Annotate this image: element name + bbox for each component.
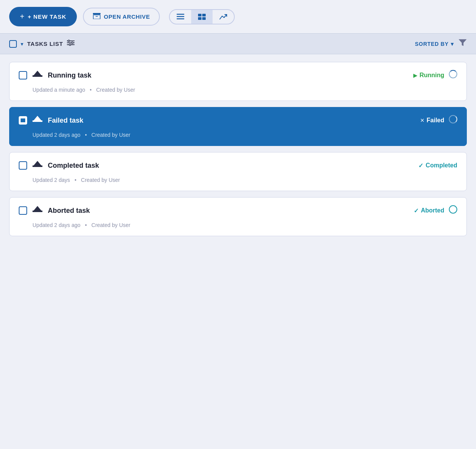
completed-status-label: Completed (426, 162, 457, 169)
created-running: Created by User (96, 87, 135, 93)
svg-point-14 (71, 42, 73, 44)
funnel-icon[interactable] (458, 39, 467, 49)
svg-rect-5 (177, 18, 184, 19)
archive-icon (93, 13, 101, 20)
task-card-top: Running task ▶ Running (19, 70, 457, 81)
svg-rect-0 (93, 13, 101, 15)
new-task-button[interactable]: + + NEW TASK (9, 7, 77, 26)
task-checkbox-completed[interactable] (19, 161, 27, 170)
chart-view-button[interactable] (213, 10, 234, 24)
open-archive-button[interactable]: OPEN ARCHIVE (83, 8, 160, 26)
svg-rect-4 (177, 16, 184, 17)
svg-rect-20 (36, 120, 39, 122)
dot-completed: • (75, 177, 76, 183)
task-list-header: ▾ TASKS LIST SORTED BY ▾ (0, 33, 476, 54)
task-action-aborted[interactable] (449, 205, 457, 216)
plus-icon: + (20, 12, 25, 21)
updated-failed: Updated 2 days ago (32, 132, 80, 138)
task-name-aborted: Aborted task (48, 207, 414, 215)
task-type-icon (32, 70, 42, 81)
task-status-aborted: ✓ Aborted (414, 207, 444, 214)
select-all-checkbox[interactable] (9, 40, 17, 48)
task-meta-failed: Updated 2 days ago • Created by User (32, 132, 457, 138)
task-status-failed: × Failed (420, 117, 444, 125)
dot-aborted: • (85, 222, 87, 228)
svg-rect-8 (198, 17, 201, 20)
created-failed: Created by User (91, 132, 130, 138)
svg-point-13 (68, 40, 70, 42)
svg-rect-1 (93, 15, 100, 19)
svg-rect-2 (96, 16, 98, 17)
svg-rect-3 (177, 14, 184, 15)
view-toggle-group (169, 9, 235, 24)
task-action-running[interactable] (449, 70, 457, 81)
created-aborted: Created by User (91, 222, 130, 228)
svg-rect-18 (21, 118, 25, 122)
aborted-status-icon: ✓ (414, 207, 419, 214)
aborted-status-label: Aborted (421, 207, 444, 214)
sorted-by-label: SORTED BY (415, 41, 448, 47)
task-checkbox-failed[interactable] (19, 116, 27, 125)
task-action-failed[interactable] (449, 115, 457, 126)
header-left: ▾ TASKS LIST (9, 39, 415, 48)
task-status-completed: ✓ Completed (418, 162, 457, 169)
failed-status-label: Failed (427, 117, 444, 124)
task-name-failed: Failed task (48, 117, 420, 125)
svg-rect-24 (36, 211, 39, 212)
running-status-icon: ▶ (413, 73, 417, 78)
sorted-by-chevron-icon: ▾ (451, 41, 454, 47)
task-card[interactable]: Running task ▶ Running Updated a minute … (9, 62, 467, 101)
task-type-icon-failed (32, 115, 42, 126)
task-name-running: Running task (48, 71, 413, 79)
task-card-selected[interactable]: Failed task × Failed Updated 2 days ago … (9, 107, 467, 146)
dot-running: • (90, 87, 92, 93)
updated-aborted: Updated 2 days ago (32, 222, 80, 228)
completed-status-icon: ✓ (418, 162, 423, 169)
task-checkbox-aborted[interactable] (19, 206, 27, 215)
updated-completed: Updated 2 days (32, 177, 70, 183)
task-card-aborted[interactable]: Aborted task ✓ Aborted Updated 2 days ag… (9, 197, 467, 236)
list-view-button[interactable] (170, 10, 191, 24)
task-type-icon-aborted (32, 205, 42, 216)
svg-rect-22 (36, 165, 39, 167)
svg-rect-9 (202, 17, 206, 20)
task-meta-aborted: Updated 2 days ago • Created by User (32, 222, 457, 228)
open-archive-label: OPEN ARCHIVE (104, 13, 150, 20)
task-meta-completed: Updated 2 days • Created by User (32, 177, 457, 183)
toolbar: + + NEW TASK OPEN ARCHIVE (0, 0, 476, 33)
svg-rect-6 (198, 14, 201, 16)
svg-point-15 (69, 44, 71, 45)
failed-status-icon: × (420, 117, 424, 125)
header-right: SORTED BY ▾ (415, 39, 467, 49)
task-checkbox-running[interactable] (19, 71, 27, 79)
card-view-button[interactable] (191, 10, 213, 24)
dot-failed: • (85, 132, 87, 138)
tasks-container: Running task ▶ Running Updated a minute … (0, 54, 476, 244)
task-card-top-completed: Completed task ✓ Completed (19, 160, 457, 171)
task-card-completed[interactable]: Completed task ✓ Completed Updated 2 day… (9, 152, 467, 191)
updated-running: Updated a minute ago (32, 87, 85, 93)
task-name-completed: Completed task (48, 162, 418, 170)
created-completed: Created by User (81, 177, 120, 183)
task-card-top-failed: Failed task × Failed (19, 115, 457, 126)
sliders-icon[interactable] (67, 39, 75, 48)
task-status-running: ▶ Running (413, 72, 444, 79)
sorted-by-button[interactable]: SORTED BY ▾ (415, 41, 454, 47)
new-task-label: + NEW TASK (28, 13, 67, 20)
task-card-top-aborted: Aborted task ✓ Aborted (19, 205, 457, 216)
tasks-list-label: TASKS LIST (27, 41, 63, 47)
running-status-label: Running (419, 72, 444, 79)
task-type-icon-completed (32, 160, 42, 171)
checkbox-dropdown-icon[interactable]: ▾ (21, 41, 23, 47)
svg-rect-17 (36, 75, 39, 77)
task-meta-running: Updated a minute ago • Created by User (32, 87, 457, 93)
svg-rect-7 (202, 14, 206, 16)
